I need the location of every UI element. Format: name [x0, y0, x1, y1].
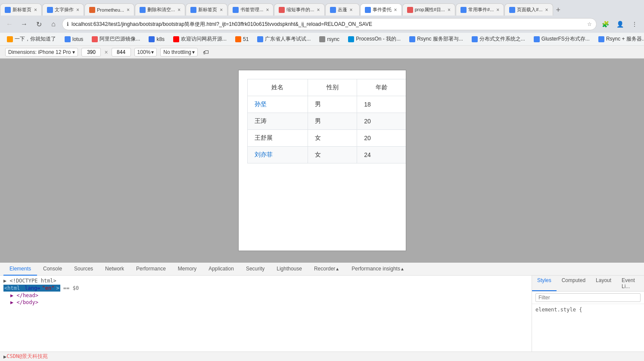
bookmark-item-3[interactable]: 阿里巴巴源镜像...	[88, 35, 143, 44]
refresh-button[interactable]: ↻	[33, 18, 45, 30]
settings-button[interactable]: ⋮	[628, 18, 641, 30]
bookmark-item-2[interactable]: lotus	[61, 35, 87, 43]
lock-icon: ℹ	[67, 21, 69, 27]
tab-events[interactable]: 常用事件#... ×	[456, 3, 504, 16]
cell-age-4: 24	[357, 146, 406, 163]
zoom-selector[interactable]: 100% ▾	[134, 48, 157, 57]
tab-close-icon[interactable]: ×	[448, 7, 451, 13]
tab-close-icon[interactable]: ×	[127, 7, 130, 13]
bookmark-label: 分布式文件系统之...	[479, 35, 525, 43]
bookmark-item-13[interactable]: Rsync + 服务器...	[595, 35, 644, 44]
bookmark-favicon	[65, 36, 71, 42]
event-listeners-tab[interactable]: Event Li...	[616, 276, 644, 291]
tag-icon: 🏷	[203, 49, 209, 56]
tab-shujian[interactable]: 书签管理... ×	[228, 3, 274, 16]
devtools-tab-recorder[interactable]: Recorder ▲	[308, 263, 345, 276]
tab-prop[interactable]: prop属性#目... ×	[402, 3, 455, 16]
dom-panel: ▶ <!DOCTYPE html> <html lang= "en" > == …	[0, 276, 532, 352]
bookmark-item-9[interactable]: ProcessOn - 我的...	[345, 35, 404, 44]
table-row: 刘亦菲 女 24	[247, 146, 406, 163]
cell-age-3: 20	[357, 129, 406, 146]
tab-close-icon[interactable]: ×	[317, 7, 320, 13]
tab-shorten[interactable]: 缩短事件的... ×	[274, 3, 324, 16]
cell-gender-3: 女	[308, 129, 357, 146]
bookmark-favicon	[173, 36, 179, 42]
tab-close-icon[interactable]: ×	[76, 7, 79, 13]
bookmark-favicon	[348, 36, 354, 42]
tab-label: 删除和清空...	[147, 6, 175, 13]
col-header-gender: 性别	[308, 79, 357, 96]
new-tab-button[interactable]: +	[554, 5, 563, 16]
tab-close-icon[interactable]: ×	[545, 7, 548, 13]
tab-close-icon[interactable]: ×	[266, 7, 269, 13]
bookmark-star-icon[interactable]: ☆	[587, 21, 592, 27]
devtools-tab-network[interactable]: Network	[99, 263, 130, 276]
filter-input[interactable]	[535, 293, 641, 302]
devtools-tab-lighthouse[interactable]: Lighthouse	[271, 263, 308, 276]
width-input[interactable]	[81, 48, 101, 57]
tab-event-delegate[interactable]: 事件委托 ×	[360, 3, 402, 16]
tab-bar: 新标签页 × 文字操作 × Prometheu... × 删除和清空... × …	[0, 0, 644, 16]
throttle-selector[interactable]: No throttling ▾	[160, 48, 198, 57]
throttle-label: No throttling	[163, 49, 191, 55]
cell-gender-4: 女	[308, 146, 357, 163]
forward-button[interactable]: →	[18, 18, 30, 30]
tab-label: 新标签页	[12, 6, 31, 13]
devtools-tab-performance[interactable]: Performance	[130, 263, 172, 276]
bookmark-item-11[interactable]: 分布式文件系统之...	[468, 35, 529, 44]
bookmark-item-5[interactable]: 欢迎访问网易开源...	[170, 35, 230, 44]
profile-button[interactable]: 👤	[614, 18, 626, 30]
tab-favicon	[5, 7, 11, 13]
bookmark-item-8[interactable]: rsync	[316, 35, 343, 43]
tab-new-1[interactable]: 新标签页 ×	[0, 3, 42, 16]
bookmark-favicon	[257, 36, 263, 42]
devtools-tab-sources[interactable]: Sources	[68, 263, 99, 276]
layout-tab[interactable]: Layout	[591, 276, 616, 291]
tab-newtab2[interactable]: 新标签页 ×	[186, 3, 227, 16]
tab-favicon	[407, 7, 413, 13]
bookmark-favicon	[598, 36, 604, 42]
bookmark-favicon	[534, 36, 540, 42]
bookmark-item-4[interactable]: k8s	[145, 35, 168, 43]
tab-wenzi[interactable]: 文字操作 ×	[42, 3, 84, 16]
devtools-tab-console[interactable]: Console	[37, 263, 68, 276]
tab-close-icon[interactable]: ×	[496, 7, 499, 13]
devtools-tab-application[interactable]: Application	[202, 263, 240, 276]
cell-age-1: 18	[357, 96, 406, 113]
tab-close-icon[interactable]: ×	[34, 7, 37, 13]
tab-congpeng[interactable]: 丛蓬 ×	[325, 3, 360, 16]
extensions-button[interactable]: 🧩	[599, 18, 611, 30]
dom-line-3: ▶ </head>	[3, 292, 528, 299]
home-button[interactable]: ⌂	[47, 18, 59, 30]
tab-close-icon[interactable]: ×	[394, 7, 397, 13]
height-input[interactable]	[112, 48, 131, 57]
bookmark-label: Rsync + 服务器...	[606, 35, 644, 43]
bookmark-favicon	[7, 36, 13, 42]
tab-pageload[interactable]: 页面载入#... ×	[504, 3, 553, 16]
bookmark-item-10[interactable]: Rsync 服务部署与...	[406, 35, 467, 44]
tab-close-icon[interactable]: ×	[177, 7, 180, 13]
computed-tab[interactable]: Computed	[557, 276, 591, 291]
back-button[interactable]: ←	[3, 18, 16, 30]
col-header-age: 年龄	[357, 79, 406, 96]
devtools-tab-performance-insights[interactable]: Performance insights ▲	[345, 263, 411, 276]
address-bar-row: ← → ↻ ⌂ ℹ localhost:63342/test1/jinghao/…	[0, 16, 644, 33]
devtools-tab-memory[interactable]: Memory	[172, 263, 202, 276]
table-row: 孙坚 男 18	[247, 96, 406, 113]
tab-prometheus[interactable]: Prometheu... ×	[84, 3, 134, 16]
bookmark-item-6[interactable]: 51	[232, 35, 252, 43]
device-chevron-icon: ▾	[72, 49, 75, 55]
address-bar[interactable]: ℹ localhost:63342/test1/jinghao/bootstra…	[62, 18, 597, 30]
tab-close-icon[interactable]: ×	[220, 7, 223, 13]
bookmark-item-12[interactable]: GlusterFS分布式存...	[530, 35, 593, 44]
devtools-tab-elements[interactable]: Elements	[3, 263, 37, 276]
devtools-bottom-bar: ▶ CSDN@景天科技苑	[0, 352, 644, 361]
tab-delete[interactable]: 删除和清空... ×	[135, 3, 185, 16]
bookmark-item-1[interactable]: 一下，你就知道了	[3, 35, 59, 44]
url-text: localhost:63342/test1/jinghao/bootstrap/…	[72, 21, 585, 28]
devtools-tab-security[interactable]: Security	[240, 263, 271, 276]
bookmark-item-7[interactable]: 广东省人事考试试...	[254, 35, 314, 44]
styles-tab[interactable]: Styles	[532, 276, 557, 291]
tab-close-icon[interactable]: ×	[350, 7, 353, 13]
device-selector[interactable]: Dimensions: iPhone 12 Pro ▾	[5, 48, 78, 57]
